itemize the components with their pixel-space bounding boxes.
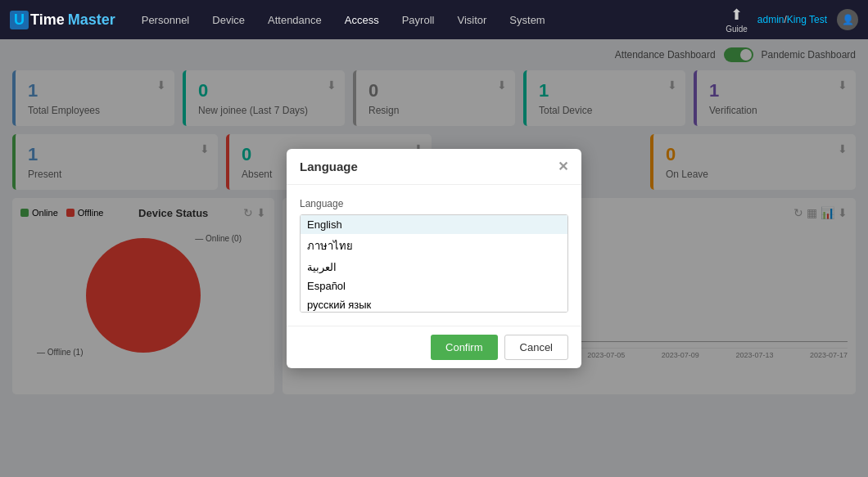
- lang-option-ru[interactable]: русский язык: [301, 295, 567, 313]
- modal-footer: Confirm Cancel: [287, 326, 581, 368]
- logo-u: U: [10, 11, 29, 29]
- modal-header: Language ✕: [287, 149, 581, 185]
- navbar: U Time Master Personnel Device Attendanc…: [0, 0, 868, 39]
- user-avatar[interactable]: 👤: [837, 9, 858, 30]
- guide-button[interactable]: ⬆ Guide: [726, 6, 748, 34]
- nav-system[interactable]: System: [500, 9, 554, 31]
- language-select-wrapper: English ภาษาไทย العربية Español русский …: [300, 214, 568, 313]
- nav-payroll[interactable]: Payroll: [392, 9, 445, 31]
- nav-visitor[interactable]: Visitor: [447, 9, 496, 31]
- user-name: admin: [757, 14, 784, 25]
- guide-label: Guide: [726, 25, 748, 34]
- lang-option-ar[interactable]: العربية: [301, 258, 567, 277]
- nav-personnel[interactable]: Personnel: [132, 9, 200, 31]
- nav-right: ⬆ Guide admin/King Test 👤: [726, 6, 858, 34]
- nav-items: Personnel Device Attendance Access Payro…: [132, 9, 726, 31]
- logo-master: Master: [68, 11, 115, 29]
- lang-option-th[interactable]: ภาษาไทย: [301, 234, 567, 258]
- main-content: Attendance Dashboard Pandemic Dashboard …: [0, 39, 868, 477]
- confirm-button[interactable]: Confirm: [431, 335, 498, 360]
- language-modal: Language ✕ Language English ภาษาไทย العر…: [287, 149, 581, 368]
- modal-body: Language English ภาษาไทย العربية Español…: [287, 185, 581, 326]
- language-field-label: Language: [300, 198, 568, 209]
- nav-access[interactable]: Access: [335, 9, 389, 31]
- nav-device[interactable]: Device: [202, 9, 255, 31]
- nav-attendance[interactable]: Attendance: [258, 9, 332, 31]
- modal-overlay: Language ✕ Language English ภาษาไทย العر…: [0, 39, 868, 477]
- guide-icon: ⬆: [730, 6, 743, 24]
- modal-close-button[interactable]: ✕: [558, 159, 568, 174]
- app-logo[interactable]: U Time Master: [10, 11, 115, 29]
- cancel-button[interactable]: Cancel: [504, 335, 568, 360]
- user-info: admin/King Test: [757, 14, 827, 25]
- lang-option-es[interactable]: Español: [301, 277, 567, 295]
- logo-time: Time: [30, 11, 65, 29]
- language-select[interactable]: English ภาษาไทย العربية Español русский …: [300, 214, 568, 313]
- user-org: King Test: [787, 14, 827, 25]
- lang-option-en[interactable]: English: [301, 215, 567, 234]
- modal-title: Language: [300, 160, 358, 173]
